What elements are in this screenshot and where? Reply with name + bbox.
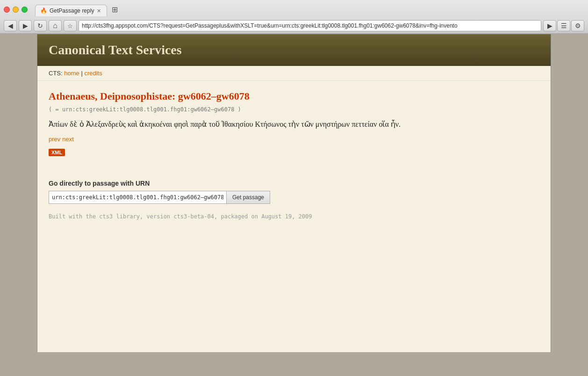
forward-button[interactable]: ▶: [19, 20, 32, 31]
tab-close-button[interactable]: ✕: [97, 8, 101, 14]
minimize-window-button[interactable]: [13, 7, 19, 13]
prev-link[interactable]: prev: [49, 136, 60, 143]
new-tab-button[interactable]: ⊞: [108, 3, 122, 16]
page-header: Canonical Text Services: [37, 34, 551, 66]
site-title: Canonical Text Services: [49, 43, 539, 58]
stream-button[interactable]: ▶: [543, 20, 556, 31]
xml-badge[interactable]: XML: [49, 149, 65, 156]
bookmark-star-button[interactable]: ☆: [64, 20, 77, 31]
urn-form: Get passage: [49, 191, 539, 204]
work-title-bold: Deipnosophistae: gw6062–gw6078: [100, 90, 250, 102]
breadcrumb-bar: CTS: home | credits: [37, 66, 551, 81]
nav-bar: ◀ ▶ ↻ ⌂ ☆ ▶ ☰ ⚙: [0, 18, 588, 34]
breadcrumb-credits-link[interactable]: credits: [84, 70, 102, 77]
work-title: Athenaeus, Deipnosophistae: gw6062–gw607…: [49, 90, 539, 102]
work-title-prefix: Athenaeus,: [49, 90, 100, 102]
url-bar[interactable]: [79, 20, 541, 31]
greek-text: Ἀπίων δὲ ὁ Ἀλεξανδρεὺς καὶ ἀκηκοέναι φησ…: [49, 118, 539, 130]
maximize-window-button[interactable]: [22, 7, 28, 13]
close-window-button[interactable]: [4, 7, 10, 13]
breadcrumb-home-link[interactable]: home: [64, 70, 79, 77]
urn-input[interactable]: [49, 191, 226, 204]
reload-button[interactable]: ↻: [34, 20, 47, 31]
title-bar: 🔥 GetPassage reply ✕ ⊞: [0, 0, 588, 18]
home-button[interactable]: ⌂: [49, 20, 62, 31]
breadcrumb-prefix: CTS:: [49, 70, 63, 77]
urn-section-bold: URN: [136, 180, 150, 187]
urn-section-text: Go directly to passage with: [49, 180, 134, 187]
tab-favicon-icon: 🔥: [40, 7, 47, 14]
back-button[interactable]: ◀: [4, 20, 17, 31]
page-menu-button[interactable]: ☰: [557, 20, 570, 31]
window-controls: [4, 7, 28, 13]
get-passage-button[interactable]: Get passage: [226, 191, 270, 204]
next-link[interactable]: next: [62, 136, 74, 143]
page-wrapper: Canonical Text Services CTS: home | cred…: [37, 34, 551, 352]
urn-display: ( = urn:cts:greekLit:tlg0008.tlg001.fhg0…: [49, 106, 539, 113]
nav-right-buttons: ▶ ☰ ⚙: [543, 20, 584, 31]
tab-bar: 🔥 GetPassage reply ✕ ⊞: [31, 3, 125, 16]
urn-section-label: Go directly to passage with URN: [49, 180, 539, 187]
footer-text: Built with the cts3 library, version cts…: [49, 213, 539, 220]
passage-nav-links: prev next: [49, 135, 539, 143]
active-tab[interactable]: 🔥 GetPassage reply ✕: [35, 5, 107, 16]
tab-title: GetPassage reply: [50, 7, 94, 14]
urn-section: Go directly to passage with URN Get pass…: [49, 180, 539, 204]
tools-menu-button[interactable]: ⚙: [571, 20, 584, 31]
page-content: Athenaeus, Deipnosophistae: gw6062–gw607…: [37, 81, 551, 229]
browser-chrome: 🔥 GetPassage reply ✕ ⊞ ◀ ▶ ↻ ⌂ ☆ ▶ ☰ ⚙: [0, 0, 588, 34]
